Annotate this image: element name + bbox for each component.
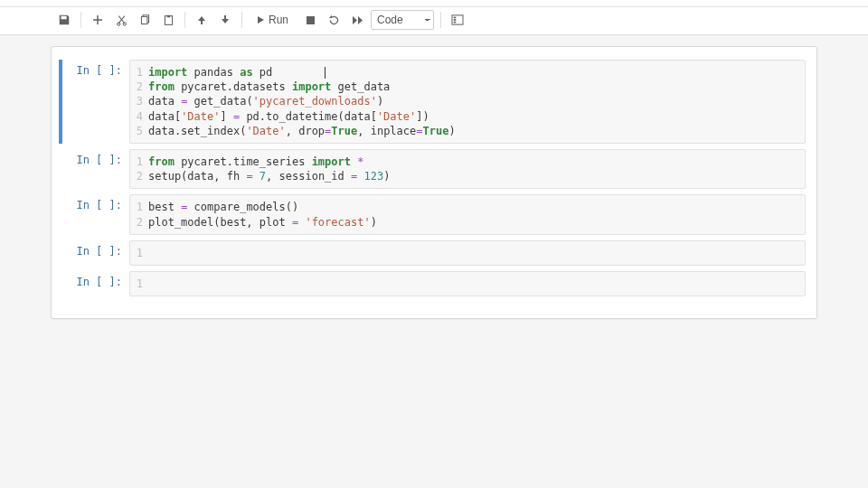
cut-button[interactable] [111, 10, 131, 30]
cell-prompt: In [ ]: [62, 271, 129, 296]
code-line: 1import pandas as pd [136, 65, 799, 80]
line-number: 1 [136, 200, 148, 214]
code-line: 2from pycaret.datasets import get_data [136, 80, 799, 94]
code-cell[interactable]: In [ ]:1 [62, 240, 806, 266]
line-number: 2 [136, 169, 148, 183]
svg-rect-7 [454, 17, 457, 19]
separator [80, 12, 81, 28]
separator [241, 12, 242, 28]
cell-prompt: In [ ]: [62, 240, 129, 266]
paste-button[interactable] [158, 10, 178, 30]
code-text: best = compare_models() [148, 200, 298, 214]
code-line: 1from pycaret.time_series import * [136, 155, 799, 169]
restart-button[interactable] [324, 10, 344, 30]
code-cell[interactable]: In [ ]:1from pycaret.time_series import … [62, 149, 806, 189]
code-text: setup(data, fh = 7, session_id = 123) [148, 169, 390, 183]
command-palette-button[interactable] [448, 10, 467, 30]
code-line: 5data.set_index('Date', drop=True, inpla… [136, 124, 799, 138]
code-text: data['Date'] = pd.to_datetime(data['Date… [148, 109, 429, 124]
code-text: plot_model(best, plot = 'forecast') [148, 215, 377, 230]
copy-button[interactable] [135, 10, 155, 30]
code-text: import pandas as pd [148, 65, 326, 80]
cell-prompt: In [ ]: [62, 60, 129, 144]
run-button-label: Run [269, 14, 288, 26]
run-button[interactable]: Run [249, 10, 297, 30]
cell-prompt: In [ ]: [62, 194, 129, 234]
save-button[interactable] [54, 10, 74, 30]
line-number: 1 [136, 277, 148, 291]
line-number: 1 [136, 246, 148, 260]
code-text: data = get_data('pycaret_downloads') [148, 94, 383, 108]
line-number: 2 [136, 215, 148, 230]
svg-rect-2 [141, 16, 147, 23]
code-line: 4data['Date'] = pd.to_datetime(data['Dat… [136, 109, 799, 124]
restart-run-all-button[interactable] [347, 10, 367, 30]
interrupt-button[interactable] [300, 10, 320, 30]
line-number: 4 [136, 109, 148, 124]
cell-input-area[interactable]: 1 [129, 240, 806, 266]
separator [184, 12, 185, 28]
code-text: from pycaret.time_series import * [148, 155, 363, 169]
cell-input-area[interactable]: 1 [129, 271, 806, 296]
code-line: 3data = get_data('pycaret_downloads') [136, 94, 799, 108]
svg-point-1 [123, 22, 126, 24]
move-up-button[interactable] [192, 10, 212, 30]
notebook: In [ ]:1import pandas as pd2from pycaret… [51, 46, 817, 319]
code-line: 1 [136, 246, 799, 260]
line-number: 1 [136, 65, 148, 80]
cell-input-area[interactable]: 1import pandas as pd2from pycaret.datase… [129, 60, 806, 144]
move-down-button[interactable] [215, 10, 235, 30]
code-line: 1best = compare_models() [136, 200, 799, 214]
svg-rect-5 [307, 16, 315, 24]
svg-rect-8 [454, 19, 457, 21]
cell-input-area[interactable]: 1from pycaret.time_series import *2setup… [129, 149, 806, 189]
code-text: data.set_index('Date', drop=True, inplac… [148, 124, 456, 138]
code-line: 2plot_model(best, plot = 'forecast') [136, 215, 799, 230]
svg-rect-4 [166, 14, 169, 16]
svg-rect-9 [454, 22, 457, 23]
add-cell-button[interactable] [88, 10, 108, 30]
line-number: 2 [136, 80, 148, 94]
separator [440, 12, 441, 28]
line-number: 3 [136, 94, 148, 108]
cell-input-area[interactable]: 1best = compare_models()2plot_model(best… [129, 194, 806, 234]
svg-point-0 [117, 22, 119, 24]
code-cell[interactable]: In [ ]:1best = compare_models()2plot_mod… [62, 194, 806, 234]
code-line: 1 [136, 277, 799, 291]
notebook-container: In [ ]:1import pandas as pd2from pycaret… [0, 35, 868, 346]
toolbar: Run Code [0, 7, 868, 35]
line-number: 5 [136, 124, 148, 138]
cell-prompt: In [ ]: [62, 149, 129, 189]
line-number: 1 [136, 155, 148, 169]
menubar [0, 0, 868, 7]
text-cursor [325, 67, 326, 79]
code-text: from pycaret.datasets import get_data [148, 80, 390, 94]
code-cell[interactable]: In [ ]:1 [62, 271, 806, 296]
code-line: 2setup(data, fh = 7, session_id = 123) [136, 169, 799, 183]
cell-type-select[interactable]: Code [371, 10, 434, 30]
code-cell[interactable]: In [ ]:1import pandas as pd2from pycaret… [62, 60, 806, 144]
